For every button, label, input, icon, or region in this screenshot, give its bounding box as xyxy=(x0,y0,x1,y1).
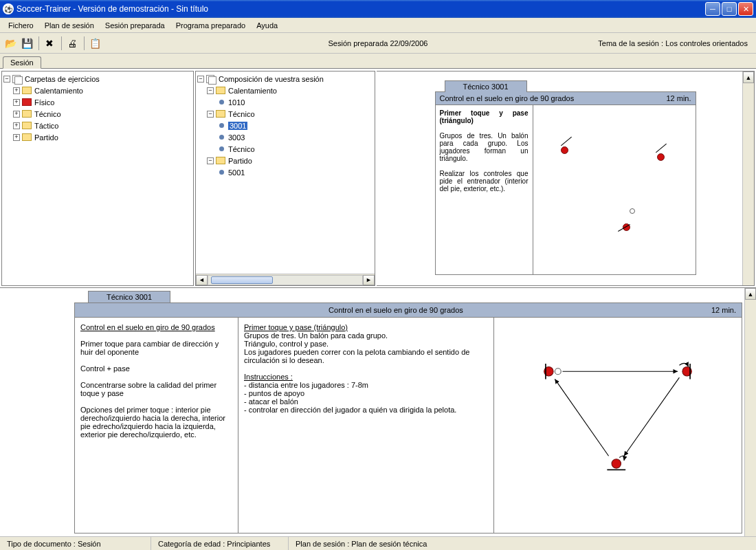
open-icon[interactable]: 📂 xyxy=(3,36,18,51)
bullet-icon xyxy=(219,123,224,128)
maximize-button[interactable]: □ xyxy=(722,2,737,16)
tree-leaf-selected[interactable]: 3001 xyxy=(197,120,373,131)
folder-icon xyxy=(22,110,32,118)
folder-icon xyxy=(22,98,32,106)
menu-ayuda[interactable]: Ayuda xyxy=(251,20,283,31)
folder-icon xyxy=(22,122,32,129)
folder-icon xyxy=(22,133,32,141)
menubar: Fichero Plan de sesión Sesión preparada … xyxy=(0,18,756,33)
bullet-icon xyxy=(219,100,224,104)
detail-time: 12 min. xyxy=(711,306,736,314)
tree-item[interactable]: +Técnico xyxy=(3,108,192,120)
tree-root[interactable]: − Carpetas de ejercicios xyxy=(3,73,192,85)
folder-icon xyxy=(22,87,32,94)
detail-card: Control en el suelo en giro de 90 grados… xyxy=(74,302,742,534)
minimize-button[interactable]: ─ xyxy=(705,2,720,16)
preview-diagram xyxy=(533,105,696,274)
status-age-category: Categoría de edad : Principiantes xyxy=(151,537,289,550)
bullet-icon xyxy=(219,135,224,140)
app-icon: ⚽ xyxy=(3,3,14,14)
exercises-tree-panel: − Carpetas de ejercicios +Calentamiento … xyxy=(1,71,194,286)
pages-icon xyxy=(206,75,216,83)
titlebar: ⚽ Soccer-Trainer - Versión de demostraci… xyxy=(0,0,756,18)
detail-tab: Técnico 3001 xyxy=(88,291,170,302)
tree-item[interactable]: −Técnico xyxy=(197,108,373,120)
tree-item[interactable]: −Calentamiento xyxy=(197,85,373,96)
session-theme-label: Tema de la sesión : Los controles orient… xyxy=(598,39,748,47)
close-button[interactable]: ✕ xyxy=(738,2,753,16)
toolbar: 📂 💾 ✖ 🖨 📋 Sesión preparada 22/09/2006 Te… xyxy=(0,33,756,54)
detail-title: Control en el suelo en giro de 90 grados xyxy=(80,306,711,314)
detail-area: Técnico 3001 Control en el suelo en giro… xyxy=(0,287,756,536)
collapse-icon[interactable]: − xyxy=(207,87,214,94)
expand-icon[interactable]: + xyxy=(13,87,20,94)
detail-col-description: Primer toque y pase (triángulo) Grupos d… xyxy=(238,318,494,533)
detail-title-bar: Control en el suelo en giro de 90 grados… xyxy=(75,303,742,318)
scroll-up-icon[interactable]: ▲ xyxy=(743,72,754,83)
delete-icon[interactable]: ✖ xyxy=(42,36,57,51)
folder-icon xyxy=(216,87,225,94)
expand-icon[interactable]: + xyxy=(13,99,20,106)
preview-title-bar: Control en el suelo en giro de 90 grados… xyxy=(436,92,696,105)
tree-leaf[interactable]: 1010 xyxy=(197,96,373,108)
folder-icon xyxy=(216,110,225,118)
preview-tab: Técnico 3001 xyxy=(445,80,527,92)
expand-icon[interactable]: + xyxy=(13,122,20,129)
session-composition-panel: − Composición de vuestra sesión −Calenta… xyxy=(195,71,375,286)
scroll-left-icon[interactable]: ◄ xyxy=(196,275,208,285)
status-plan: Plan de sesión : Plan de sesión técnica xyxy=(289,537,756,550)
tree-item[interactable]: +Táctico xyxy=(3,120,192,131)
preview-title: Control en el suelo en giro de 90 grados xyxy=(440,94,575,102)
tree-leaf[interactable]: 3003 xyxy=(197,131,373,143)
workspace: − Carpetas de ejercicios +Calentamiento … xyxy=(0,69,756,287)
collapse-icon[interactable]: − xyxy=(197,76,204,82)
window-title: Soccer-Trainer - Versión de demostración… xyxy=(16,4,705,14)
detail-diagram xyxy=(494,318,742,533)
horizontal-scrollbar[interactable]: ◄ ► xyxy=(196,274,375,285)
save-icon[interactable]: 💾 xyxy=(19,36,34,51)
tree-item[interactable]: +Calentamiento xyxy=(3,85,192,96)
menu-programa[interactable]: Programa preparado xyxy=(170,20,252,31)
tab-row: Sesión xyxy=(0,54,756,69)
tree-root[interactable]: − Composición de vuestra sesión xyxy=(197,73,373,85)
detail-col-objectives: Control en el suelo en giro de 90 grados… xyxy=(75,318,238,533)
tab-sesion[interactable]: Sesión xyxy=(3,56,41,69)
exercise-preview-card: Técnico 3001 Control en el suelo en giro… xyxy=(435,80,696,275)
scroll-right-icon[interactable]: ► xyxy=(363,275,375,285)
bullet-icon xyxy=(219,146,224,151)
tree-item[interactable]: +Físico xyxy=(3,96,192,108)
expand-icon[interactable]: + xyxy=(13,111,20,118)
svg-point-5 xyxy=(612,459,621,468)
collapse-icon[interactable]: − xyxy=(207,157,214,164)
vertical-scrollbar[interactable]: ▲ xyxy=(744,288,756,536)
vertical-scrollbar[interactable]: ▲ xyxy=(742,72,754,285)
preview-time: 12 min. xyxy=(666,94,691,102)
preview-text: Primer toque y pase (triángulo) Grupos d… xyxy=(436,105,533,274)
pages-icon xyxy=(12,75,22,83)
clipboard-icon[interactable]: 📋 xyxy=(87,36,102,51)
tree-leaf[interactable]: Técnico xyxy=(197,143,373,155)
preview-panel: Técnico 3001 Control en el suelo en giro… xyxy=(377,71,755,286)
svg-line-8 xyxy=(624,377,679,456)
tree-root-label: Carpetas de ejercicios xyxy=(25,75,100,83)
tree-item[interactable]: +Partido xyxy=(3,131,192,143)
svg-point-2 xyxy=(555,368,561,375)
scroll-track[interactable] xyxy=(208,275,363,285)
menu-plan[interactable]: Plan de sesión xyxy=(39,20,100,31)
menu-fichero[interactable]: Fichero xyxy=(3,20,39,31)
session-date-label: Sesión preparada 22/09/2006 xyxy=(329,39,428,47)
print-icon[interactable]: 🖨 xyxy=(65,36,80,51)
tree-item[interactable]: −Partido xyxy=(197,155,373,166)
folder-icon xyxy=(216,157,225,164)
tree-leaf[interactable]: 5001 xyxy=(197,166,373,178)
scroll-up-icon[interactable]: ▲ xyxy=(745,288,756,300)
status-doc-type: Tipo de documento : Sesión xyxy=(0,537,151,550)
expand-icon[interactable]: + xyxy=(13,134,20,141)
statusbar: Tipo de documento : Sesión Categoría de … xyxy=(0,536,756,550)
svg-line-9 xyxy=(555,379,608,456)
scroll-thumb[interactable] xyxy=(211,276,273,284)
collapse-icon[interactable]: − xyxy=(3,76,10,82)
bullet-icon xyxy=(219,170,224,175)
menu-sesion[interactable]: Sesión preparada xyxy=(100,20,170,31)
collapse-icon[interactable]: − xyxy=(207,111,214,118)
